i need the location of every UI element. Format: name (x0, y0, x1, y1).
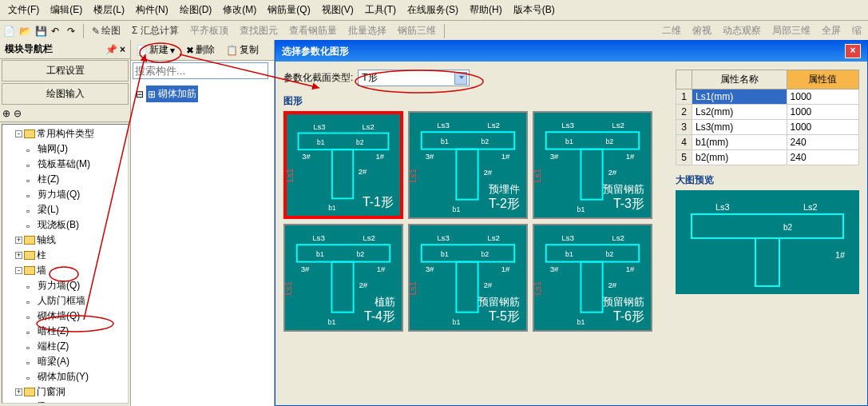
menu-view[interactable]: 视图(V) (317, 2, 359, 18)
search-input[interactable] (133, 62, 268, 79)
find-button[interactable]: 查找图元 (236, 22, 281, 39)
tree-node[interactable]: ▫ 砌体墙(Q) (4, 308, 126, 324)
shape-option[interactable]: Ls3Ls2b2b11#2#3#b1Ls1预留钢筋T-3形 (533, 111, 652, 219)
align-button[interactable]: 平齐板顶 (187, 22, 232, 39)
rebar-3d-button[interactable]: 钢筋三维 (394, 22, 439, 39)
tree-node[interactable]: ▫ 筏板基础(M) (4, 157, 126, 172)
shape-option[interactable]: Ls3Ls2b2b11#2#3#b1Ls1预留钢筋T-6形 (533, 224, 652, 332)
menu-edit[interactable]: 编辑(E) (46, 2, 87, 18)
menu-file[interactable]: 文件(F) (3, 2, 44, 18)
menu-online[interactable]: 在线服务(S) (402, 2, 463, 18)
dialog-titlebar[interactable]: 选择参数化图形 × (275, 41, 867, 62)
expand-icon[interactable]: ⊕ (2, 108, 10, 119)
type-select[interactable]: T形 (358, 70, 470, 86)
menu-tool[interactable]: 工具(T) (360, 2, 401, 18)
component-list[interactable]: ⊟ ⊞砌体加筋 (131, 81, 274, 107)
type-label: 参数化截面类型: (283, 71, 353, 85)
list-item[interactable]: ⊞砌体加筋 (146, 86, 198, 102)
svg-text:b1: b1 (328, 204, 336, 212)
svg-text:1#: 1# (375, 152, 384, 161)
tree-node[interactable]: - 常用构件类型 (4, 126, 126, 141)
fullscreen-button[interactable]: 全屏 (818, 22, 844, 39)
undo-icon[interactable]: ↶ (51, 26, 62, 37)
menu-floor[interactable]: 楼层(L) (89, 2, 129, 18)
svg-text:Ls3: Ls3 (715, 202, 730, 212)
table-row[interactable]: 3Ls3(mm)1000 (676, 120, 859, 135)
menu-help[interactable]: 帮助(H) (465, 2, 507, 18)
svg-text:3#: 3# (301, 265, 310, 273)
menu-draw[interactable]: 绘图(D) (175, 2, 217, 18)
tree-node[interactable]: ▫ 柱(Z) (4, 172, 126, 187)
shape-grid: Ls3Ls2b2b11#2#3#b1Ls1T-1形Ls3Ls2b2b11#2#3… (283, 111, 668, 332)
copy-button[interactable]: 📋复制 (223, 42, 262, 58)
zoom-button[interactable]: 缩 (849, 22, 865, 39)
orbit-button[interactable]: 动态观察 (719, 22, 764, 39)
topview-button[interactable]: 俯视 (689, 22, 715, 39)
menu-rebar[interactable]: 钢筋量(Q) (263, 2, 315, 18)
sum-button[interactable]: Σ 汇总计算 (129, 22, 182, 39)
mid-panel: 📄新建▾ ✖删除 📋复制 ⊟ ⊞砌体加筋 (131, 40, 275, 406)
new-icon[interactable]: 📄 (3, 26, 14, 37)
preview-box: Ls3 Ls2 b2 1# (676, 190, 859, 294)
draw-button[interactable]: ✎绘图 (89, 22, 124, 39)
svg-rect-34 (331, 262, 353, 312)
svg-text:2#: 2# (359, 281, 367, 289)
2d-button[interactable]: 二维 (659, 22, 684, 39)
component-tree[interactable]: - 常用构件类型▫ 轴网(J)▫ 筏板基础(M)▫ 柱(Z)▫ 剪力墙(Q)▫ … (2, 124, 129, 404)
tree-node[interactable]: ▫ 轴网(J) (4, 141, 126, 157)
tree-node[interactable]: ▫ 剪力墙(Q) (4, 278, 126, 293)
tree-node[interactable]: - 墙 (4, 263, 126, 278)
tree-node[interactable]: + 轴线 (4, 233, 126, 248)
svg-text:Ls1: Ls1 (410, 169, 418, 182)
tree-node[interactable]: ▫ 端柱(Z) (4, 339, 126, 354)
shape-option[interactable]: Ls3Ls2b2b11#2#3#b1Ls1植筋T-4形 (283, 224, 403, 332)
save-icon[interactable]: 💾 (35, 26, 46, 37)
table-row[interactable]: 1Ls1(mm)1000 (676, 90, 859, 105)
tree-node[interactable]: + 梁 (4, 400, 126, 404)
table-row[interactable]: 2Ls2(mm)1000 (676, 105, 859, 120)
tree-node[interactable]: ▫ 暗梁(A) (4, 354, 126, 369)
tab-engineering[interactable]: 工程设置 (2, 60, 129, 82)
tree-node[interactable]: + 门窗洞 (4, 384, 126, 400)
tree-node[interactable]: ▫ 现浇板(B) (4, 217, 126, 233)
svg-rect-67 (755, 238, 779, 286)
local3d-button[interactable]: 局部三维 (769, 22, 814, 39)
tree-node[interactable]: ▫ 梁(L) (4, 202, 126, 217)
property-table[interactable]: 属性名称 属性值 1Ls1(mm)10002Ls2(mm)10003Ls3(mm… (676, 70, 859, 165)
tree-node[interactable]: ▫ 人防门框墙 (4, 293, 126, 308)
tree-node[interactable]: ▫ 剪力墙(Q) (4, 187, 126, 202)
svg-text:2#: 2# (483, 168, 492, 177)
close-button[interactable]: × (845, 44, 861, 58)
new-button[interactable]: 📄新建▾ (133, 42, 178, 58)
tree-node[interactable]: ▫ 砌体加筋(Y) (4, 369, 126, 384)
close-panel-icon[interactable]: × (120, 44, 125, 55)
svg-text:Ls1: Ls1 (534, 169, 542, 182)
menu-version[interactable]: 版本号(B) (509, 2, 560, 18)
shape-option[interactable]: Ls3Ls2b2b11#2#3#b1Ls1预留钢筋T-5形 (408, 224, 528, 332)
svg-rect-44 (422, 245, 514, 261)
svg-rect-33 (297, 245, 390, 261)
menu-component[interactable]: 构件(N) (131, 2, 173, 18)
tree-node[interactable]: ▫ 暗柱(Z) (4, 324, 126, 339)
tree-node[interactable]: + 柱 (4, 248, 126, 263)
svg-text:2#: 2# (359, 167, 367, 176)
svg-text:b1: b1 (565, 137, 573, 145)
pin-icon[interactable]: 📌 (105, 44, 117, 55)
svg-rect-55 (546, 245, 639, 261)
table-row[interactable]: 4b1(mm)240 (676, 135, 859, 150)
view-rebar-button[interactable]: 查看钢筋量 (286, 22, 340, 39)
table-row[interactable]: 5b2(mm)240 (676, 150, 859, 165)
menu-modify[interactable]: 修改(M) (218, 2, 261, 18)
svg-text:Ls2: Ls2 (612, 233, 624, 242)
shape-option[interactable]: Ls3Ls2b2b11#2#3#b1Ls1T-1形 (283, 111, 403, 219)
collapse-icon[interactable]: ⊖ (14, 108, 22, 119)
svg-text:b2: b2 (605, 250, 613, 258)
svg-text:Ls3: Ls3 (437, 121, 450, 129)
batch-select-button[interactable]: 批量选择 (345, 22, 390, 39)
redo-icon[interactable]: ↷ (67, 26, 78, 37)
shape-option[interactable]: Ls3Ls2b2b11#2#3#b1Ls1预埋件T-2形 (408, 111, 528, 219)
svg-text:Ls2: Ls2 (487, 121, 500, 129)
open-icon[interactable]: 📂 (19, 26, 30, 37)
delete-button[interactable]: ✖删除 (183, 42, 218, 58)
tab-drawing[interactable]: 绘图输入 (2, 83, 129, 105)
